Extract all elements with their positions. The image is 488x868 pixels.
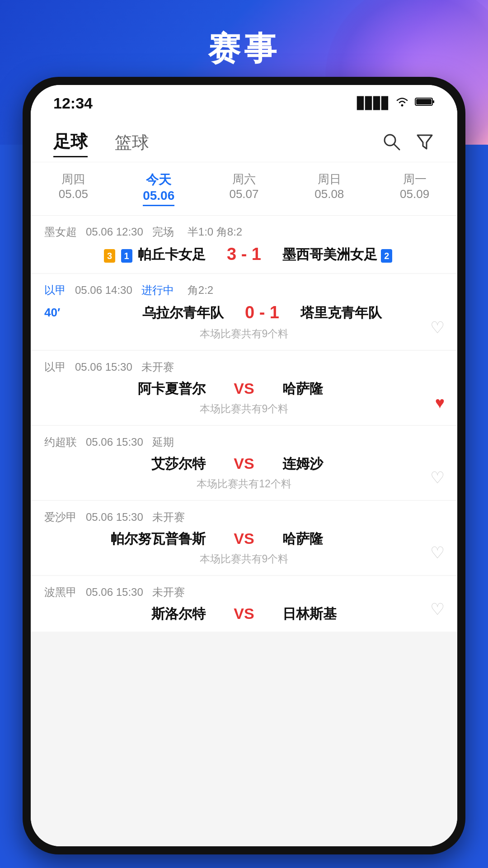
match-item[interactable]: 波黑甲 05.06 15:30 未开赛 斯洛尔特 VS 日林斯基 ♡ (31, 576, 457, 632)
filter-icon[interactable] (415, 132, 435, 156)
team-away: 哈萨隆 (282, 380, 444, 397)
home-badge2: 1 (121, 249, 132, 263)
match-sub-info: 本场比赛共有9个料 (44, 327, 444, 341)
date-mon: 05.09 (372, 187, 457, 201)
day-mon: 周一 (372, 171, 457, 187)
svg-point-0 (401, 104, 404, 107)
match-sub-info: 本场比赛共有12个料 (44, 477, 444, 491)
match-status: 延期 (152, 435, 174, 449)
favorite-button[interactable]: ♡ (430, 543, 445, 562)
favorite-button[interactable]: ♡ (430, 318, 445, 337)
league-name: 墨女超 (44, 225, 77, 239)
live-time: 40′ (44, 306, 71, 320)
favorite-button[interactable]: ♥ (435, 393, 445, 412)
phone-screen: 12:34 ▊▊▊▊ (31, 85, 457, 846)
match-score: VS (215, 455, 273, 472)
match-item[interactable]: 以甲 05.06 14:30 进行中 角2:2 40′ 乌拉尔青年队 0 - 1… (31, 274, 457, 350)
status-bar: 12:34 ▊▊▊▊ (31, 85, 457, 121)
team-home: 斯洛尔特 (44, 605, 206, 623)
date-tabs: 周四 05.05 今天 05.06 周六 05.07 周日 05.08 周一 0… (31, 162, 457, 216)
team-away: 连姆沙 (282, 455, 444, 472)
match-extra: 角2:2 (188, 283, 213, 297)
sport-icons (381, 132, 435, 156)
team-away: 日林斯基 (282, 605, 444, 623)
match-score: 0 - 1 (233, 303, 291, 322)
match-score: VS (215, 380, 273, 397)
match-score: VS (215, 530, 273, 547)
tab-football[interactable]: 足球 (53, 130, 88, 157)
match-status: 未开赛 (141, 360, 174, 374)
match-status: 未开赛 (152, 510, 185, 524)
team-home: 帕尔努瓦普鲁斯 (44, 530, 206, 547)
match-item[interactable]: 墨女超 05.06 12:30 完场 半1:0 角8:2 3 1 帕丘卡女足 3… (31, 216, 457, 273)
favorite-button[interactable]: ♡ (430, 468, 445, 487)
match-time: 05.06 15:30 (75, 361, 132, 373)
wifi-icon (395, 96, 409, 110)
match-sub-info: 本场比赛共有9个料 (44, 402, 444, 416)
tab-basketball[interactable]: 篮球 (115, 131, 149, 157)
team-away: 哈萨隆 (282, 530, 444, 547)
day-sun: 周日 (286, 171, 372, 187)
match-time: 05.06 15:30 (86, 586, 143, 599)
league-name: 爱沙甲 (44, 510, 77, 524)
match-status: 完场 (152, 225, 174, 239)
away-badge: 2 (381, 249, 392, 263)
favorite-button[interactable]: ♡ (430, 600, 445, 619)
match-time: 05.06 14:30 (75, 284, 132, 297)
team-home: 艾莎尔特 (44, 455, 206, 472)
match-score: VS (215, 605, 273, 623)
team-home: 阿卡夏普尔 (44, 380, 206, 397)
match-extra: 半1:0 角8:2 (188, 225, 242, 239)
home-badge: 3 (104, 249, 115, 263)
team-away: 塔里克青年队 (300, 304, 444, 321)
league-name: 以甲 (44, 283, 66, 297)
match-item[interactable]: 约超联 05.06 15:30 延期 艾莎尔特 VS 连姆沙 本场比赛共有12个… (31, 426, 457, 500)
signal-icon: ▊▊▊▊ (357, 96, 389, 110)
page-title: 赛事 (0, 27, 488, 71)
match-time: 05.06 12:30 (86, 226, 143, 238)
day-thu: 周四 (31, 171, 116, 187)
status-icons: ▊▊▊▊ (357, 96, 435, 110)
date-tab-thu[interactable]: 周四 05.05 (31, 162, 116, 215)
league-name: 以甲 (44, 360, 66, 374)
league-name: 约超联 (44, 435, 77, 449)
match-score: 3 - 1 (215, 245, 273, 264)
svg-line-5 (394, 144, 399, 150)
day-sat: 周六 (202, 171, 287, 187)
match-status: 进行中 (141, 283, 174, 297)
date-today: 05.06 (143, 189, 174, 206)
team-home: 乌拉尔青年队 (80, 304, 224, 321)
status-time: 12:34 (53, 94, 93, 112)
date-tab-mon[interactable]: 周一 05.09 (372, 162, 457, 215)
team-away: 墨西哥美洲女足 2 (282, 245, 444, 263)
svg-rect-2 (416, 99, 432, 104)
svg-marker-6 (418, 135, 432, 149)
match-item[interactable]: 爱沙甲 05.06 15:30 未开赛 帕尔努瓦普鲁斯 VS 哈萨隆 本场比赛共… (31, 501, 457, 575)
match-item[interactable]: 以甲 05.06 15:30 未开赛 阿卡夏普尔 VS 哈萨隆 本场比赛共有9个… (31, 351, 457, 425)
date-tab-today[interactable]: 今天 05.06 (116, 162, 202, 215)
date-thu: 05.05 (31, 187, 116, 201)
sport-tabs: 足球 篮球 (31, 121, 457, 162)
league-name: 波黑甲 (44, 585, 77, 599)
svg-rect-3 (433, 100, 434, 103)
date-tab-sun[interactable]: 周日 05.08 (286, 162, 372, 215)
match-status: 未开赛 (152, 585, 185, 599)
team-home: 3 1 帕丘卡女足 (44, 245, 206, 263)
date-sat: 05.07 (202, 187, 287, 201)
match-list: 墨女超 05.06 12:30 完场 半1:0 角8:2 3 1 帕丘卡女足 3… (31, 216, 457, 846)
match-sub-info: 本场比赛共有9个料 (44, 552, 444, 566)
day-today: 今天 (116, 171, 202, 189)
search-icon[interactable] (381, 132, 401, 156)
match-time: 05.06 15:30 (86, 436, 143, 448)
battery-icon (415, 96, 435, 110)
match-time: 05.06 15:30 (86, 511, 143, 524)
date-sun: 05.08 (286, 187, 372, 201)
date-tab-sat[interactable]: 周六 05.07 (202, 162, 287, 215)
phone-frame: 12:34 ▊▊▊▊ (23, 77, 465, 854)
